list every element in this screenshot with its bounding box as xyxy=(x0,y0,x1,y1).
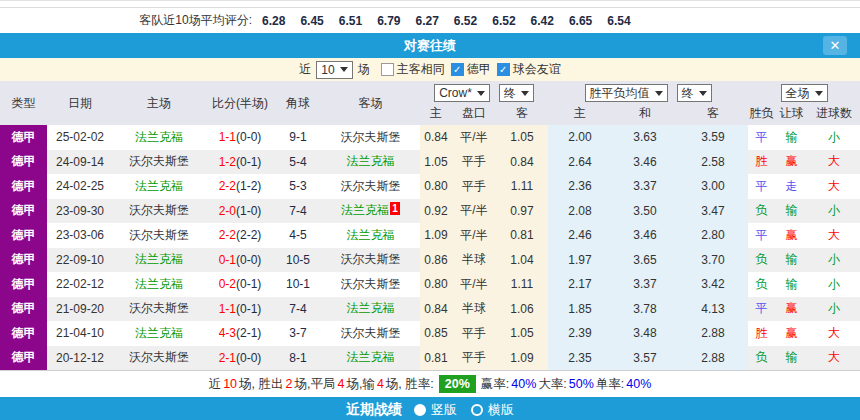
summary-row: 近 10 场, 胜出 2 场,平局 4 场,输 4 场, 胜率: 20% 赢率:… xyxy=(0,370,860,397)
league-badge: 德甲 xyxy=(0,297,47,322)
panel-title-bar: 对赛往绩 ✕ xyxy=(0,33,860,58)
chevron-down-icon xyxy=(655,91,663,96)
odds-handicap: 平手 xyxy=(452,150,496,175)
odds-home: 0.80 xyxy=(420,174,452,199)
result-group-header: 全场 xyxy=(748,81,860,105)
fulltime-score: 2-2 xyxy=(219,179,236,193)
win-rate-badge: 20% xyxy=(439,375,476,393)
rating-value: 6.27 xyxy=(415,14,438,28)
odds-handicap: 半球 xyxy=(452,248,496,273)
odds-handicap: 半球 xyxy=(452,297,496,322)
avg-home: 2.36 xyxy=(548,174,612,199)
home-team: 沃尔夫斯堡 xyxy=(113,150,205,175)
result-handicap: 输 xyxy=(775,199,808,224)
odds-home: 0.92 xyxy=(420,199,452,224)
odds-handicap: 平手 xyxy=(452,174,496,199)
odds-home: 0.80 xyxy=(420,272,452,297)
corner-count: 5-3 xyxy=(275,174,321,199)
match-date: 23-09-30 xyxy=(47,199,113,224)
score-cell: 2-0(1-0) xyxy=(205,199,275,224)
avg-away: 2.58 xyxy=(678,150,748,175)
corner-count: 4-5 xyxy=(275,223,321,248)
head-to-head-panel: 客队近10场平均评分: 6.286.456.516.796.276.526.52… xyxy=(0,0,860,420)
radio-selected-icon[interactable] xyxy=(414,404,426,416)
subhead-result-goals: 进球数 xyxy=(808,105,860,125)
score-cell: 2-2(2-2) xyxy=(205,223,275,248)
summary-text: 2 xyxy=(286,377,293,391)
avg-away: 3.59 xyxy=(678,125,748,150)
rating-value: 6.52 xyxy=(454,14,477,28)
chevron-down-icon xyxy=(521,91,529,96)
checkbox-unchecked-icon[interactable] xyxy=(381,63,394,76)
checkbox-checked-icon[interactable]: ✓ xyxy=(451,63,464,76)
away-team-name: 法兰克福 xyxy=(347,154,395,168)
avg-draw: 3.46 xyxy=(612,223,678,248)
corner-count: 10-1 xyxy=(275,272,321,297)
avg-time-value: 终 xyxy=(682,85,694,102)
filter-checkbox-option[interactable]: ✓德甲 xyxy=(451,61,491,78)
subhead-avg-draw: 和 xyxy=(612,105,678,125)
avg-draw: 3.78 xyxy=(612,297,678,322)
summary-text: 场, 胜出 xyxy=(239,376,283,393)
match-date: 25-02-02 xyxy=(47,125,113,150)
odds-home: 0.81 xyxy=(420,346,452,371)
odds-away: 1.11 xyxy=(496,174,548,199)
odds-time-select[interactable]: 终 xyxy=(499,84,534,102)
avg-draw: 3.65 xyxy=(612,248,678,273)
table-row: 德甲 22-09-10 法兰克福 0-1(0-0) 10-5 沃尔夫斯堡 0.8… xyxy=(0,248,860,273)
avg-home: 2.64 xyxy=(548,150,612,175)
avg-home: 2.39 xyxy=(548,321,612,346)
match-count-select[interactable]: 10 xyxy=(316,61,352,79)
result-handicap: 赢 xyxy=(775,150,808,175)
avg-draw: 3.37 xyxy=(612,174,678,199)
layout-option-unselected[interactable]: 横版 xyxy=(471,401,514,419)
filter-checkboxes: 主客相同✓德甲✓球会友谊 xyxy=(375,61,561,78)
subhead-result-wdl: 胜负 xyxy=(748,105,775,125)
away-team: 法兰克福 xyxy=(321,297,420,322)
away-team: 法兰克福 xyxy=(321,223,420,248)
fulltime-score: 1-1 xyxy=(219,130,236,144)
result-wdl: 负 xyxy=(748,199,775,224)
close-icon[interactable]: ✕ xyxy=(823,36,847,55)
summary-text: 单率: xyxy=(596,376,624,393)
away-team-name: 沃尔夫斯堡 xyxy=(341,252,401,266)
avg-draw: 3.57 xyxy=(612,346,678,371)
checkbox-checked-icon[interactable]: ✓ xyxy=(497,63,510,76)
result-wdl: 负 xyxy=(748,248,775,273)
corner-count: 9-1 xyxy=(275,125,321,150)
radio-unselected-icon[interactable] xyxy=(471,404,483,416)
fulltime-score: 2-2 xyxy=(219,228,236,242)
home-team: 沃尔夫斯堡 xyxy=(113,223,205,248)
score-cell: 1-2(0-1) xyxy=(205,150,275,175)
rating-value: 6.52 xyxy=(492,14,515,28)
halftime-score: (0-1) xyxy=(236,302,261,316)
halftime-score: (0-0) xyxy=(236,130,261,144)
radio-label: 竖版 xyxy=(431,401,457,419)
odds-home: 0.84 xyxy=(420,125,452,150)
avg-time-select[interactable]: 终 xyxy=(677,84,712,102)
filter-checkbox-option[interactable]: ✓球会友谊 xyxy=(497,61,561,78)
league-badge: 德甲 xyxy=(0,321,47,346)
header-away: 客场 xyxy=(321,81,420,125)
corner-count: 7-4 xyxy=(275,199,321,224)
header-type: 类型 xyxy=(0,81,47,125)
layout-option-selected[interactable]: 竖版 xyxy=(414,401,457,419)
avg-draw: 3.63 xyxy=(612,125,678,150)
table-row: 德甲 21-04-10 法兰克福 4-3(2-1) 3-7 沃尔夫斯堡 0.85… xyxy=(0,321,860,346)
odds-company-select[interactable]: Crow* xyxy=(434,84,490,102)
filter-checkbox-option[interactable]: 主客相同 xyxy=(381,61,445,78)
rating-value: 6.54 xyxy=(607,14,630,28)
result-goals: 小 xyxy=(808,297,860,322)
avg-type-select[interactable]: 胜平负均值 xyxy=(585,84,668,102)
header-corner: 角球 xyxy=(275,81,321,125)
avg-away: 4.13 xyxy=(678,297,748,322)
home-team: 沃尔夫斯堡 xyxy=(113,346,205,371)
result-scope-select[interactable]: 全场 xyxy=(781,84,828,102)
avg-type-value: 胜平负均值 xyxy=(590,85,650,102)
summary-text: 赢率: xyxy=(481,376,509,393)
top-divider xyxy=(0,0,860,8)
odds-away: 0.84 xyxy=(496,150,548,175)
score-cell: 2-1(0-0) xyxy=(205,346,275,371)
checkbox-label: 主客相同 xyxy=(397,61,445,78)
odds-handicap: 平手 xyxy=(452,346,496,371)
